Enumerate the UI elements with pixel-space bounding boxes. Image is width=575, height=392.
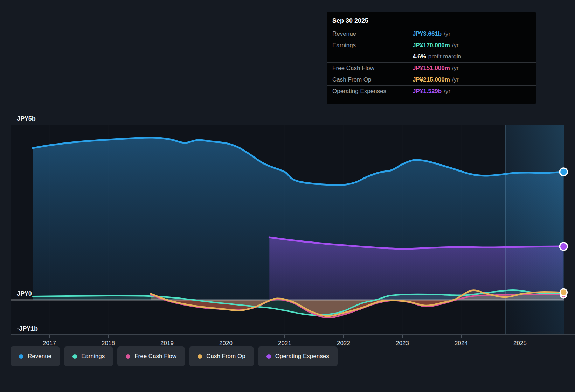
- tooltip-row-value: 4.6%profit margin: [413, 53, 461, 60]
- legend-dot: [198, 354, 202, 359]
- legend-label: Revenue: [28, 353, 51, 360]
- tooltip-row-label: Free Cash Flow: [327, 65, 413, 72]
- legend-item-operating-expenses[interactable]: Operating Expenses: [258, 346, 338, 366]
- legend-label: Operating Expenses: [275, 353, 329, 360]
- tooltip-row-suffix: /yr: [452, 42, 459, 49]
- x-axis-label: 2023: [396, 340, 409, 347]
- legend-item-earnings[interactable]: Earnings: [64, 346, 113, 366]
- legend-dot: [19, 354, 23, 359]
- y-axis-label: JP¥5b: [17, 115, 36, 122]
- tooltip-row-suffix: profit margin: [428, 53, 461, 60]
- operating-expenses-endpoint: [560, 243, 567, 250]
- tooltip-row-value: JP¥151.000m/yr: [413, 65, 459, 72]
- future-band: [505, 125, 564, 335]
- legend-item-cash-from-op[interactable]: Cash From Op: [189, 346, 254, 366]
- x-axis-label: 2022: [337, 340, 350, 347]
- x-axis-label: 2025: [513, 340, 527, 347]
- tooltip-row-value: JP¥215.000m/yr: [413, 76, 459, 83]
- legend-dot: [72, 354, 77, 359]
- tooltip-row-label: Cash From Op: [327, 76, 413, 83]
- revenue-endpoint: [560, 168, 567, 176]
- cash-from-op-endpoint: [560, 289, 567, 296]
- tooltip-row-suffix: /yr: [444, 88, 450, 94]
- tooltip-date: Sep 30 2025: [327, 12, 536, 28]
- tooltip-row: RevenueJP¥3.661b/yr: [327, 28, 536, 40]
- tooltip-row-suffix: /yr: [452, 76, 459, 83]
- x-axis-label: 2024: [455, 340, 468, 347]
- tooltip-row-value: JP¥3.661b/yr: [413, 30, 450, 37]
- chart-tooltip: Sep 30 2025 RevenueJP¥3.661b/yrEarningsJ…: [327, 12, 536, 104]
- y-axis-label: -JP¥1b: [17, 325, 38, 332]
- tooltip-row-label: Operating Expenses: [327, 88, 413, 95]
- legend-label: Free Cash Flow: [134, 353, 176, 360]
- tooltip-row: Operating ExpensesJP¥1.529b/yr: [327, 85, 536, 97]
- tooltip-row: 4.6%profit margin: [327, 51, 536, 62]
- x-axis-label: 2020: [219, 340, 233, 347]
- chart-legend: RevenueEarningsFree Cash FlowCash From O…: [11, 346, 338, 366]
- x-axis-label: 2018: [102, 340, 115, 347]
- tooltip-row-value: JP¥170.000m/yr: [413, 42, 459, 49]
- tooltip-row-suffix: /yr: [444, 30, 450, 37]
- x-axis-label: 2017: [43, 340, 56, 347]
- tooltip-row: EarningsJP¥170.000m/yr: [327, 40, 536, 51]
- legend-item-free-cash-flow[interactable]: Free Cash Flow: [117, 346, 185, 366]
- tooltip-row-label: Earnings: [327, 42, 413, 49]
- tooltip-row: Free Cash FlowJP¥151.000m/yr: [327, 62, 536, 74]
- tooltip-row-label: Revenue: [327, 30, 413, 37]
- y-axis-label: JP¥0: [17, 290, 32, 298]
- tooltip-row-suffix: /yr: [452, 65, 459, 71]
- legend-dot: [266, 354, 271, 359]
- legend-label: Cash From Op: [206, 353, 245, 360]
- x-axis-label: 2019: [160, 340, 174, 347]
- tooltip-row-value: JP¥1.529b/yr: [413, 88, 450, 95]
- legend-label: Earnings: [81, 353, 105, 360]
- legend-dot: [126, 354, 130, 359]
- legend-item-revenue[interactable]: Revenue: [11, 346, 60, 366]
- financials-chart-panel: JP¥5bJP¥0-JP¥1b 201720182019202020212022…: [0, 0, 575, 392]
- tooltip-row: Cash From OpJP¥215.000m/yr: [327, 74, 536, 85]
- x-axis-label: 2021: [278, 340, 291, 347]
